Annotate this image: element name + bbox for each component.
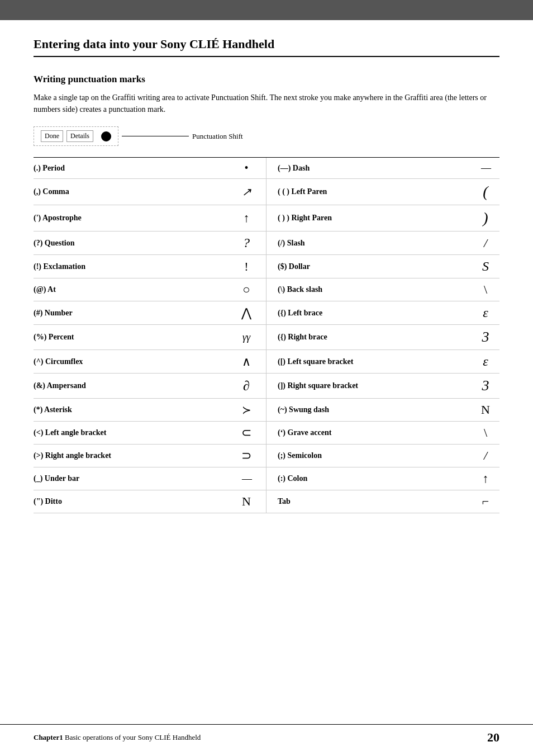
item-label-left: (!) Exclamation [34,262,232,271]
item-label-right: ([) Left square bracket [278,357,472,366]
chapter-label: Chapter1 [34,733,63,741]
table-col-left: (?) Question ? [34,231,266,254]
item-glyph-right: 3 [472,377,499,394]
table-col-right: (‘) Grave accent \ [266,422,499,444]
table-col-left: (*) Asterisk ≻ [34,399,266,421]
item-glyph-right: ( [472,183,499,201]
footer-left: Chapter1 Basic operations of your Sony C… [34,733,201,742]
item-label-right: (/) Slash [278,239,472,248]
item-label-right: Tab [278,497,472,506]
item-label-right: (‘) Grave accent [278,428,472,437]
table-col-right: ( ( ) Left Paren ( [266,179,499,205]
chapter-desc: Basic operations of your Sony CLIÉ Handh… [65,733,201,741]
footer: Chapter1 Basic operations of your Sony C… [0,724,533,745]
item-label-left: (*) Asterisk [34,405,232,414]
done-button-label[interactable]: Done [41,130,63,142]
table-col-right: (;) Semicolon / [266,445,499,467]
table-col-right: (:) Colon ↑ [266,467,499,490]
item-label-right: (;) Semicolon [278,451,472,460]
table-col-left: (>) Right angle bracket ⊃ [34,445,266,467]
page-title: Entering data into your Sony CLIÉ Handhe… [34,37,499,57]
item-glyph-left: N [232,494,260,509]
page-number: 20 [487,730,499,745]
table-row: (#) Number ⋀ ({) Left brace ε [34,301,499,325]
item-glyph-left: ⊂ [232,426,260,440]
item-label-left: (>) Right angle bracket [34,451,232,460]
item-glyph-left: ∧ [232,355,260,369]
item-glyph-right: ↑ [472,471,499,486]
table-col-left: (.) Period • [34,158,266,178]
item-label-left: (#) Number [34,309,232,318]
item-label-left: (?) Question [34,239,232,248]
item-glyph-right: S [472,259,499,274]
item-label-right: (—) Dash [278,164,472,173]
details-button-label[interactable]: Details [66,130,93,142]
punctuation-table: (.) Period • (—) Dash — (,) Comma ↗ ( ( … [34,157,499,513]
top-bar [0,0,533,20]
table-col-right: ([) Left square bracket ε [266,350,499,373]
item-label-left: (') Apostrophe [34,214,232,223]
item-label-left: (,) Comma [34,187,232,196]
table-row: (!) Exclamation ! ($) Dollar S [34,255,499,278]
item-label-right: (]) Right square bracket [278,381,472,390]
item-glyph-left: ○ [232,282,260,297]
item-glyph-right: / [472,448,499,463]
item-glyph-left: — [232,473,260,485]
punctuation-shift-label: Punctuation Shift [192,132,243,141]
item-glyph-left: ↑ [232,211,260,225]
item-glyph-right: — [472,162,499,174]
table-row: (*) Asterisk ≻ (~) Swung dash N [34,399,499,422]
item-label-left: (") Ditto [34,497,232,506]
table-col-left: (") Ditto N [34,490,266,513]
section-title: Writing punctuation marks [34,74,499,85]
item-label-right: ($) Dollar [278,262,472,271]
item-glyph-left: • [232,162,260,174]
item-glyph-left: ≻ [232,403,260,417]
table-row: (,) Comma ↗ ( ( ) Left Paren ( [34,179,499,205]
table-row: (.) Period • (—) Dash — [34,158,499,179]
table-col-left: (!) Exclamation ! [34,255,266,278]
item-label-left: (_) Under bar [34,474,232,483]
table-col-right: ({) Left brace ε [266,301,499,324]
table-row: (') Apostrophe ↑ ( ) ) Right Paren ) [34,205,499,231]
table-col-left: (#) Number ⋀ [34,301,266,324]
table-col-right: ($) Dollar S [266,255,499,278]
table-row: (&) Ampersand ∂ (]) Right square bracket… [34,374,499,399]
item-glyph-left: ↗ [232,185,260,199]
table-col-right: (\) Back slash \ [266,278,499,301]
intro-text: Make a single tap on the Graffiti writin… [34,92,499,115]
graffiti-box: Done Details [34,126,118,146]
item-label-right: ({) Right brace [278,333,472,342]
item-glyph-left: ⊃ [232,448,260,463]
punctuation-shift-indicator: Punctuation Shift [118,132,243,141]
table-row: (") Ditto N Tab ⌐ [34,490,499,513]
table-row: (>) Right angle bracket ⊃ (;) Semicolon … [34,445,499,467]
item-glyph-right: 3 [472,329,499,346]
item-label-right: (\) Back slash [278,285,472,294]
item-glyph-right: ) [472,209,499,227]
table-row: (<) Left angle bracket ⊂ (‘) Grave accen… [34,422,499,445]
table-col-left: (&) Ampersand ∂ [34,374,266,398]
table-col-right: (/) Slash / [266,231,499,254]
item-glyph-left: ∂ [232,379,260,394]
item-glyph-left: ⋀ [232,306,260,320]
item-glyph-left: ! [232,259,260,274]
table-col-left: (@) At ○ [34,278,266,301]
item-label-left: (%) Percent [34,333,232,342]
table-col-right: ({) Right brace 3 [266,325,499,349]
item-glyph-left: γγ [232,332,260,343]
item-glyph-right: ε [472,305,499,320]
item-glyph-right: \ [472,282,499,297]
item-label-left: (&) Ampersand [34,381,232,390]
table-col-right: (—) Dash — [266,158,499,178]
table-col-left: (') Apostrophe ↑ [34,205,266,231]
item-glyph-right: ε [472,354,499,369]
item-label-right: ( ) ) Right Paren [278,214,472,223]
table-row: (%) Percent γγ ({) Right brace 3 [34,325,499,350]
item-label-left: (.) Period [34,164,232,173]
graffiti-demo-container: Done Details Punctuation Shift [34,126,499,146]
item-label-right: ({) Left brace [278,309,472,318]
table-row: (_) Under bar — (:) Colon ↑ [34,467,499,490]
table-row: (^) Circumflex ∧ ([) Left square bracket… [34,350,499,374]
table-col-right: ( ) ) Right Paren ) [266,205,499,231]
